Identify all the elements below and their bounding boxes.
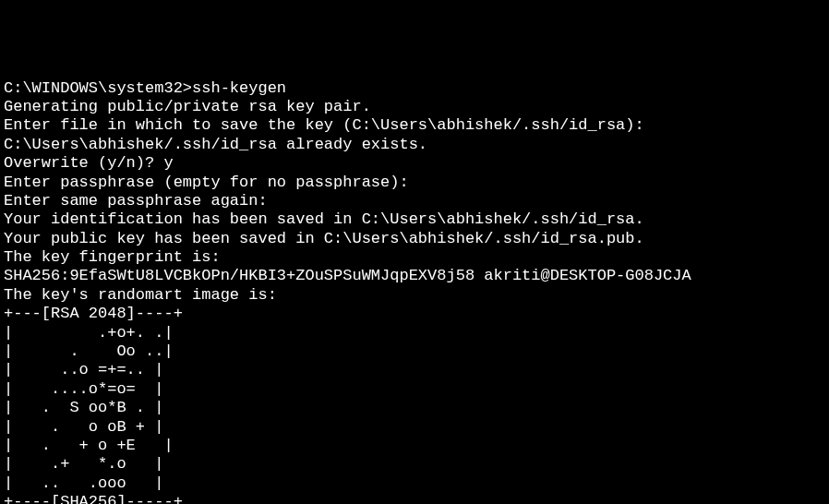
output-line: Your public key has been saved in C:\Use… — [4, 230, 825, 248]
prompt: C:\WINDOWS\system32> — [4, 79, 192, 97]
output-line: Overwrite (y/n)? y — [4, 154, 825, 173]
output-line: Enter file in which to save the key (C:\… — [4, 116, 825, 135]
output-line: C:\Users\abhishek/.ssh/id_rsa already ex… — [4, 136, 825, 154]
terminal-window[interactable]: C:\WINDOWS\system32>ssh-keygenGenerating… — [4, 79, 825, 504]
output-line: Enter passphrase (empty for no passphras… — [4, 174, 825, 192]
randomart-line: +----[SHA256]-----+ — [4, 493, 825, 504]
command-text: ssh-keygen — [192, 79, 286, 97]
output-line: Your identification has been saved in C:… — [4, 210, 825, 229]
randomart-line: | .. .ooo | — [4, 474, 825, 493]
randomart-line: | . + o +E | — [4, 437, 825, 455]
randomart-line: | ..o =+=.. | — [4, 361, 825, 379]
output-line: The key fingerprint is: — [4, 248, 825, 267]
randomart-line: | . S oo*B . | — [4, 399, 825, 417]
output-line: Enter same passphrase again: — [4, 192, 825, 210]
randomart-line: +---[RSA 2048]----+ — [4, 305, 825, 323]
output-line: Generating public/private rsa key pair. — [4, 98, 825, 116]
randomart-line: | ....o*=o= | — [4, 380, 825, 399]
randomart-line: | .+o+. .| — [4, 324, 825, 342]
randomart-line: | . o oB + | — [4, 418, 825, 437]
output-line: The key's randomart image is: — [4, 286, 825, 305]
command-line: C:\WINDOWS\system32>ssh-keygen — [4, 79, 825, 98]
randomart-line: | . Oo ..| — [4, 342, 825, 361]
output-line: SHA256:9EfaSWtU8LVCBkOPn/HKBI3+ZOuSPSuWM… — [4, 267, 825, 285]
randomart-line: | .+ *.o | — [4, 455, 825, 474]
